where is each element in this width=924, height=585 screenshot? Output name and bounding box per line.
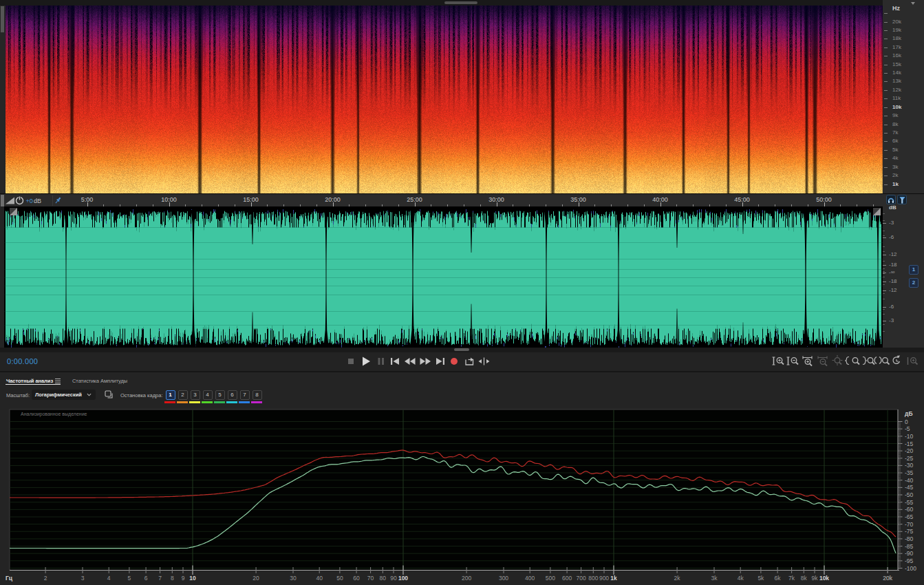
- svg-text:+0: +0: [26, 198, 33, 204]
- svg-text:dB: dB: [34, 198, 41, 204]
